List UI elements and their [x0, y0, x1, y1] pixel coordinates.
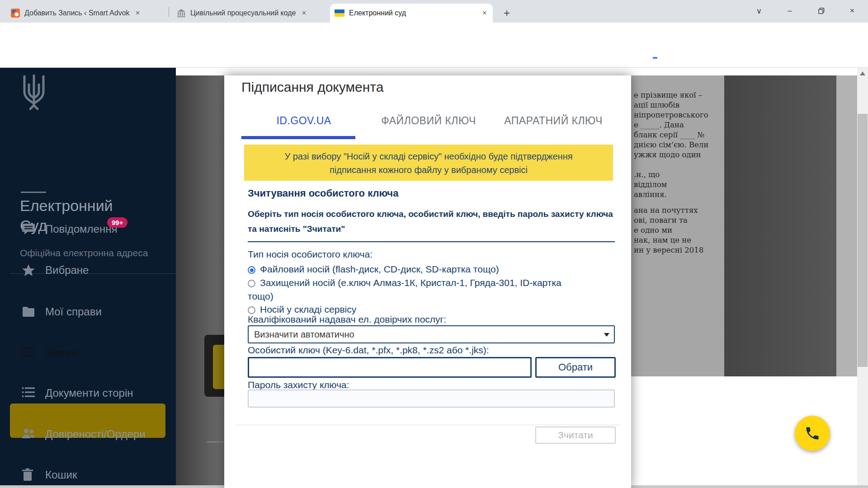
dimmed-page-left: [176, 75, 224, 488]
instructions-text: Оберіть тип носія особистого ключа, особ…: [248, 206, 615, 236]
browser-toolbar: ← → cabinet.court.gov.ua/claims/efdd2ff3…: [0, 23, 868, 47]
window-restore-button[interactable]: [811, 2, 832, 20]
dimmed-yellow-button: [213, 345, 224, 389]
scrollbar-thumb[interactable]: [858, 114, 868, 367]
document-preview-line: е _____. Дана: [634, 121, 684, 129]
tab-hardware-key[interactable]: АПАРАТНИЙ КЛЮЧ: [491, 112, 616, 130]
browser-tab-electronic-court-active[interactable]: Електронний суд ×: [330, 4, 493, 23]
tab-title: Добавить Запись ‹ Smart Advok: [24, 9, 130, 17]
tab-close-icon[interactable]: ×: [134, 9, 142, 18]
sign-document-modal: Підписання документа ID.GOV.UA ФАЙЛОВИЙ …: [224, 75, 631, 488]
scrollbar-up-arrow-icon[interactable]: [860, 71, 865, 75]
radio-label: Захищений носій (е.ключ Алмаз-1К, Криста…: [248, 277, 561, 301]
tab-title: Електронний суд: [349, 9, 406, 17]
document-preview-line: ана на почуттях: [634, 206, 698, 215]
tab-id-gov-ua[interactable]: ID.GOV.UA: [241, 112, 366, 130]
dimmed-divider: [207, 441, 224, 442]
password-label: Пароль захисту ключа:: [248, 380, 349, 390]
section-title: Зчитування особистого ключа: [248, 188, 398, 199]
window-minimize-button[interactable]: –: [779, 2, 800, 20]
document-preview-line: нак, нам це не: [634, 236, 691, 244]
document-preview-line: е прізвище якої –: [634, 91, 702, 99]
document-preview-line: відділом: [634, 180, 667, 189]
browser-tab-smart-advokat[interactable]: Добавить Запись ‹ Smart Advok ×: [6, 4, 168, 23]
notice-banner: У разі вибору "Носій у складі сервісу" н…: [244, 145, 613, 181]
list-icon: [22, 346, 35, 360]
call-fab-button[interactable]: [795, 416, 830, 451]
media-type-label: Тип носія особистого ключа:: [248, 249, 373, 260]
provider-select[interactable]: Визначити автоматично: [248, 325, 615, 343]
sidebar-item-label: Заяви: [45, 347, 78, 359]
password-input[interactable]: [248, 389, 615, 408]
document-preview-line: ин у вересні 2018: [634, 246, 703, 254]
ukraine-flag-favicon: [335, 9, 344, 17]
sidebar-item-my-cases[interactable]: Мої справи: [0, 295, 176, 329]
read-key-button-disabled[interactable]: Зчитати: [535, 427, 616, 444]
modal-title: Підписання документа: [241, 80, 383, 95]
footer-divider: [235, 425, 620, 425]
trident-logo-icon: [21, 75, 47, 112]
phone-icon: [804, 425, 821, 441]
document-preview-line: е одно ми: [634, 226, 672, 235]
sidebar-item-messages[interactable]: Повідомлення 99+: [0, 212, 176, 246]
sidebar-item-powers-of-attorney[interactable]: Довіреності/Ордери: [0, 417, 176, 451]
radio-file-media[interactable]: Файловий носій (flash-диск, CD-диск, SD-…: [248, 263, 564, 276]
radio-selected-icon[interactable]: [248, 266, 255, 274]
screen: Добавить Запись ‹ Smart Advok × Цивільни…: [0, 0, 868, 488]
radio-unselected-icon[interactable]: [248, 280, 255, 287]
dimmed-page-margin: [836, 75, 857, 376]
bookmarks-bar: j Судова справа: чи... Gmail: [0, 47, 868, 68]
window-close-button[interactable]: ×: [842, 2, 863, 20]
tab-title: Цивільний процесуальний коде: [190, 9, 296, 17]
trash-icon: [22, 468, 35, 482]
unread-count-badge: 99+: [107, 217, 127, 228]
new-tab-button[interactable]: +: [500, 6, 514, 20]
document-preview-line: бланк серії ____ №: [634, 131, 704, 139]
browser-tab-civil-code[interactable]: Цивільний процесуальний коде ×: [172, 4, 329, 23]
tab-close-icon[interactable]: ×: [481, 9, 488, 18]
logo-divider: [21, 192, 46, 193]
radio-label: Файловий носій (flash-диск, CD-диск, SD-…: [260, 264, 499, 274]
star-icon: [22, 263, 35, 277]
section-divider: [248, 241, 615, 242]
document-preview-line: ові, поваги та: [634, 216, 688, 225]
people-icon: [22, 427, 35, 441]
tab-close-icon[interactable]: ×: [301, 9, 308, 18]
sidebar-item-claims[interactable]: Заяви: [0, 336, 176, 370]
provider-selected-value: Визначити автоматично: [254, 329, 354, 340]
tab-file-key[interactable]: ФАЙЛОВИЙ КЛЮЧ: [366, 112, 491, 130]
sidebar-item-favorites[interactable]: Вибране: [0, 253, 176, 287]
government-building-favicon: [177, 9, 186, 18]
document-preview-line: ужжя щодо один: [634, 150, 701, 159]
radio-protected-media[interactable]: Захищений носій (е.ключ Алмаз-1К, Криста…: [248, 276, 564, 303]
sidebar-item-label: Повідомлення: [45, 223, 117, 235]
sidebar-item-label: Вибране: [45, 264, 89, 277]
select-chevron-down-icon: [604, 333, 609, 337]
radio-unselected-icon[interactable]: [248, 306, 255, 314]
message-icon: [22, 222, 35, 236]
sidebar-item-label: Довіреності/Ордери: [45, 428, 146, 441]
folder-icon: [22, 305, 35, 319]
document-preview-line: авління.: [634, 190, 667, 199]
smart-advokat-favicon: [11, 9, 20, 18]
document-preview-line: ніпропетровського: [634, 111, 708, 119]
document-preview-line: ації шлюбів: [634, 101, 679, 109]
tab-separator: [169, 7, 169, 17]
radio-label: Носій у складі сервісу: [260, 304, 356, 314]
provider-label: Кваліфікований надавач ел. довірчих посл…: [248, 314, 446, 325]
sidebar-item-label: Кошик: [45, 469, 77, 481]
sidebar: Електронний Суд Офіційна електронна адре…: [0, 68, 176, 488]
active-tab-underline: [241, 136, 355, 139]
document-preview-line: днією сім’єю. Вели: [634, 141, 708, 149]
choose-file-button[interactable]: Обрати: [535, 357, 616, 378]
document-preview-line: .н., що: [634, 170, 660, 179]
dimmed-page-right: [724, 75, 836, 376]
personal-key-input[interactable]: [248, 357, 532, 378]
tab-strip: Добавить Запись ‹ Smart Advok × Цивільни…: [0, 0, 868, 23]
sidebar-item-label: Документи сторін: [45, 387, 133, 399]
sidebar-item-party-documents[interactable]: Документи сторін: [0, 376, 176, 410]
window-menu-chevron-icon[interactable]: ∨: [749, 2, 769, 20]
personal-key-label: Особистий ключ (Key-6.dat, *.pfx, *.pk8,…: [248, 345, 489, 356]
sidebar-item-trash[interactable]: Кошик: [0, 458, 176, 488]
list-icon: [22, 386, 35, 400]
